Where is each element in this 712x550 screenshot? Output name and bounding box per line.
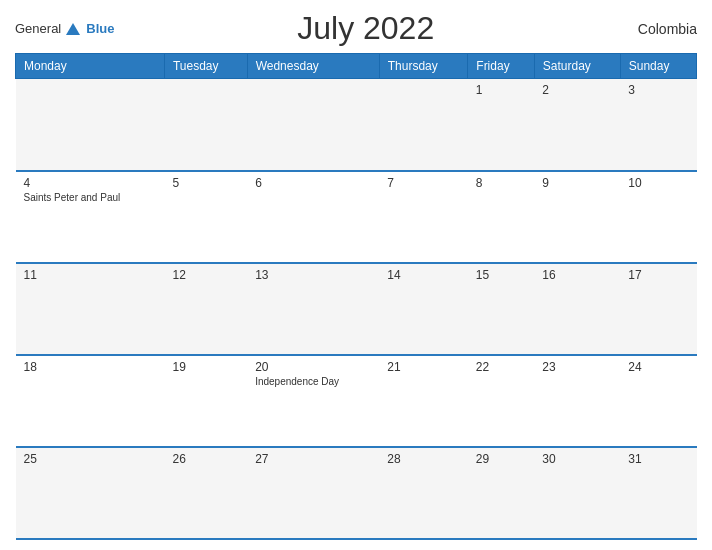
table-row: 12 <box>164 263 247 355</box>
table-row: 23 <box>534 355 620 447</box>
day-number: 31 <box>628 452 688 466</box>
calendar-title: July 2022 <box>114 10 617 47</box>
holiday-label: Independence Day <box>255 376 371 387</box>
day-number: 24 <box>628 360 688 374</box>
logo-blue-text: Blue <box>86 21 114 36</box>
day-number: 2 <box>542 83 612 97</box>
holiday-label: Saints Peter and Paul <box>24 192 157 203</box>
table-row: 9 <box>534 171 620 263</box>
calendar-week-row: 25262728293031 <box>16 447 697 539</box>
day-number: 1 <box>476 83 527 97</box>
table-row: 31 <box>620 447 696 539</box>
table-row <box>379 79 468 171</box>
day-number: 14 <box>387 268 460 282</box>
day-number: 7 <box>387 176 460 190</box>
calendar-header: General Blue July 2022 Colombia <box>15 10 697 47</box>
table-row: 29 <box>468 447 535 539</box>
table-row: 25 <box>16 447 165 539</box>
day-number: 18 <box>24 360 157 374</box>
logo: General Blue <box>15 20 114 38</box>
day-number: 26 <box>172 452 239 466</box>
table-row: 13 <box>247 263 379 355</box>
day-number: 22 <box>476 360 527 374</box>
table-row: 2 <box>534 79 620 171</box>
day-number: 25 <box>24 452 157 466</box>
col-tuesday: Tuesday <box>164 54 247 79</box>
col-sunday: Sunday <box>620 54 696 79</box>
day-number: 20 <box>255 360 371 374</box>
table-row: 26 <box>164 447 247 539</box>
logo-general-text: General <box>15 21 61 36</box>
table-row: 20Independence Day <box>247 355 379 447</box>
day-number: 17 <box>628 268 688 282</box>
day-number: 15 <box>476 268 527 282</box>
table-row: 1 <box>468 79 535 171</box>
calendar-wrapper: General Blue July 2022 Colombia Monday T… <box>0 0 712 550</box>
table-row: 27 <box>247 447 379 539</box>
day-number: 13 <box>255 268 371 282</box>
calendar-week-row: 123 <box>16 79 697 171</box>
table-row: 4Saints Peter and Paul <box>16 171 165 263</box>
table-row: 18 <box>16 355 165 447</box>
table-row: 7 <box>379 171 468 263</box>
day-number: 9 <box>542 176 612 190</box>
col-thursday: Thursday <box>379 54 468 79</box>
calendar-week-row: 4Saints Peter and Paul5678910 <box>16 171 697 263</box>
calendar-week-row: 11121314151617 <box>16 263 697 355</box>
day-number: 19 <box>172 360 239 374</box>
table-row: 5 <box>164 171 247 263</box>
day-number: 10 <box>628 176 688 190</box>
day-number: 23 <box>542 360 612 374</box>
col-wednesday: Wednesday <box>247 54 379 79</box>
day-number: 21 <box>387 360 460 374</box>
table-row: 30 <box>534 447 620 539</box>
table-row <box>247 79 379 171</box>
calendar-body: 1234Saints Peter and Paul567891011121314… <box>16 79 697 540</box>
table-row <box>164 79 247 171</box>
table-row: 22 <box>468 355 535 447</box>
col-monday: Monday <box>16 54 165 79</box>
table-row: 15 <box>468 263 535 355</box>
table-row: 10 <box>620 171 696 263</box>
table-row: 17 <box>620 263 696 355</box>
day-number: 8 <box>476 176 527 190</box>
day-number: 3 <box>628 83 688 97</box>
table-row: 6 <box>247 171 379 263</box>
day-number: 27 <box>255 452 371 466</box>
day-number: 5 <box>172 176 239 190</box>
table-row: 14 <box>379 263 468 355</box>
table-row <box>16 79 165 171</box>
day-number: 11 <box>24 268 157 282</box>
table-row: 3 <box>620 79 696 171</box>
day-number: 12 <box>172 268 239 282</box>
calendar-header-row: Monday Tuesday Wednesday Thursday Friday… <box>16 54 697 79</box>
table-row: 16 <box>534 263 620 355</box>
col-friday: Friday <box>468 54 535 79</box>
table-row: 11 <box>16 263 165 355</box>
country-label: Colombia <box>617 21 697 37</box>
col-saturday: Saturday <box>534 54 620 79</box>
day-number: 6 <box>255 176 371 190</box>
calendar-week-row: 181920Independence Day21222324 <box>16 355 697 447</box>
day-number: 30 <box>542 452 612 466</box>
table-row: 24 <box>620 355 696 447</box>
table-row: 21 <box>379 355 468 447</box>
day-number: 4 <box>24 176 157 190</box>
table-row: 28 <box>379 447 468 539</box>
calendar-table: Monday Tuesday Wednesday Thursday Friday… <box>15 53 697 540</box>
day-number: 16 <box>542 268 612 282</box>
logo-triangle-icon <box>66 23 80 35</box>
day-number: 29 <box>476 452 527 466</box>
table-row: 8 <box>468 171 535 263</box>
table-row: 19 <box>164 355 247 447</box>
day-number: 28 <box>387 452 460 466</box>
